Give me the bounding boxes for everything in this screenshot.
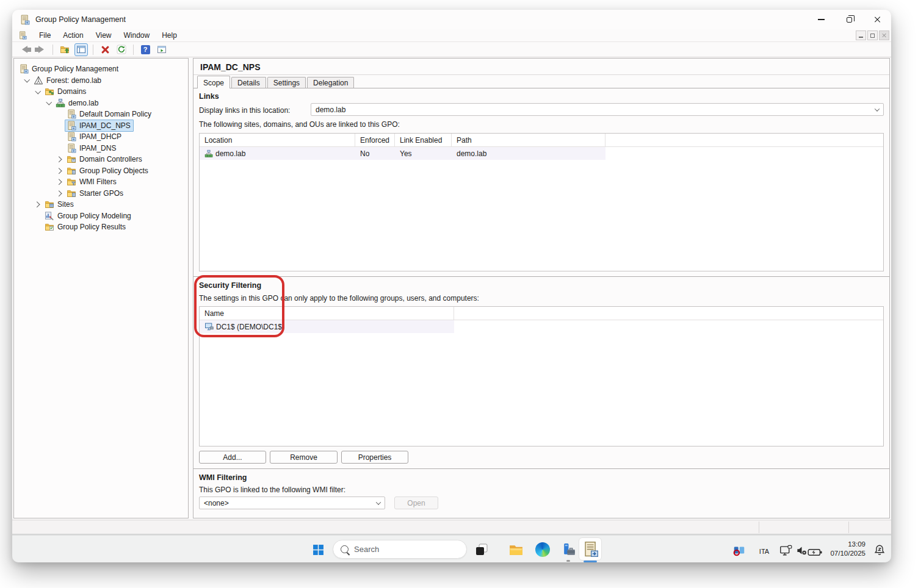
security-filtering-caption: The settings in this GPO can only apply … bbox=[199, 294, 479, 303]
security-filtering-list[interactable]: Name DC1$ (DEMO\DC1$) bbox=[199, 306, 884, 446]
wmi-filtering-title: WMI Filtering bbox=[199, 473, 247, 482]
forward-button[interactable] bbox=[34, 43, 48, 56]
file-explorer-button[interactable] bbox=[508, 542, 524, 558]
display-links-combobox[interactable]: demo.lab bbox=[311, 103, 884, 116]
chevron-right-icon[interactable] bbox=[55, 166, 65, 176]
search-input[interactable] bbox=[354, 545, 446, 554]
column-header-location[interactable]: Location bbox=[200, 134, 355, 146]
edge-button[interactable] bbox=[535, 542, 551, 558]
wmi-filter-combobox[interactable]: <none> bbox=[199, 497, 385, 509]
tree-item-domain-controllers[interactable]: Domain Controllers bbox=[14, 154, 188, 165]
delete-button[interactable] bbox=[98, 43, 112, 56]
start-button[interactable] bbox=[310, 542, 326, 558]
back-button[interactable] bbox=[18, 43, 31, 56]
domains-folder-icon bbox=[45, 87, 54, 96]
menu-window[interactable]: Window bbox=[118, 29, 156, 41]
tree-item-forest[interactable]: Forest: demo.lab bbox=[14, 75, 188, 87]
links-list-header: Location Enforced Link Enabled Path bbox=[200, 134, 883, 147]
title-bar: Group Policy Management bbox=[12, 10, 891, 29]
monitor-icon bbox=[779, 545, 792, 556]
chevron-right-icon[interactable] bbox=[55, 188, 65, 198]
tree-item-group-policy-results[interactable]: Group Policy Results bbox=[14, 221, 188, 233]
menu-action[interactable]: Action bbox=[57, 29, 89, 41]
child-close-button[interactable] bbox=[879, 30, 889, 40]
column-header-path[interactable]: Path bbox=[452, 134, 605, 146]
tree-item-group-policy-modeling[interactable]: Group Policy Modeling bbox=[14, 210, 188, 222]
chevron-right-icon[interactable] bbox=[55, 154, 65, 164]
open-button[interactable]: Open bbox=[394, 497, 438, 509]
server-manager-button[interactable] bbox=[561, 542, 577, 558]
up-one-level-button[interactable] bbox=[58, 43, 71, 56]
column-header-name[interactable]: Name bbox=[200, 307, 454, 320]
links-list[interactable]: Location Enforced Link Enabled Path demo… bbox=[199, 133, 884, 271]
tree-item-ipam-dhcp[interactable]: IPAM_DHCP bbox=[14, 131, 188, 143]
chevron-right-icon[interactable] bbox=[33, 199, 43, 209]
chevron-down-icon[interactable] bbox=[44, 98, 54, 108]
tree-item-ipam-dns[interactable]: IPAM_DNS bbox=[14, 143, 188, 154]
close-icon bbox=[873, 16, 881, 23]
gpmc-taskbar-button[interactable] bbox=[579, 537, 602, 561]
toolbar-separator bbox=[93, 45, 93, 55]
folder-up-icon bbox=[60, 45, 70, 54]
security-list-header: Name bbox=[200, 307, 883, 320]
menu-view[interactable]: View bbox=[90, 29, 118, 41]
language-indicator[interactable]: ITA bbox=[754, 543, 774, 559]
tray-app-icon-button[interactable] bbox=[731, 542, 747, 558]
help-button[interactable]: ? bbox=[139, 43, 152, 56]
window-title: Group Policy Management bbox=[35, 15, 126, 24]
link-row-demolab[interactable]: demo.lab No Yes demo.lab bbox=[200, 147, 605, 160]
tree-item-starter-gpos[interactable]: Starter GPOs bbox=[14, 188, 188, 199]
export-list-button[interactable] bbox=[155, 43, 168, 56]
taskbar: ITA bbox=[12, 535, 891, 562]
column-header-enforced[interactable]: Enforced bbox=[355, 134, 395, 146]
modeling-icon bbox=[45, 211, 54, 221]
close-button[interactable] bbox=[863, 10, 891, 29]
expander-spacer bbox=[55, 109, 65, 119]
running-indicator bbox=[566, 560, 570, 562]
status-divider bbox=[759, 522, 759, 533]
tree-item-domain-demolab[interactable]: demo.lab bbox=[14, 98, 188, 109]
tree-item-group-policy-objects[interactable]: Group Policy Objects bbox=[14, 165, 188, 177]
tab-details[interactable]: Details bbox=[231, 77, 266, 88]
links-section-title: Links bbox=[199, 92, 219, 101]
restore-button[interactable] bbox=[835, 10, 863, 29]
chevron-right-icon[interactable] bbox=[55, 177, 65, 187]
task-view-button[interactable] bbox=[474, 542, 490, 558]
remove-button[interactable]: Remove bbox=[270, 451, 338, 464]
forward-arrow-icon bbox=[38, 46, 44, 53]
menu-file[interactable]: File bbox=[33, 29, 57, 41]
display-cast-button[interactable] bbox=[778, 542, 793, 558]
tray-server-alert-icon bbox=[732, 543, 746, 557]
tab-scope[interactable]: Scope bbox=[197, 76, 230, 88]
tab-delegation[interactable]: Delegation bbox=[307, 77, 354, 88]
security-row-dc1[interactable]: DC1$ (DEMO\DC1$) bbox=[200, 320, 454, 333]
battery-button[interactable] bbox=[807, 544, 823, 560]
minimize-button[interactable] bbox=[807, 10, 835, 29]
notification-center-button[interactable] bbox=[872, 542, 887, 558]
clock[interactable]: 13:09 07/10/2025 bbox=[825, 540, 866, 558]
refresh-button[interactable] bbox=[115, 43, 128, 56]
tree-item-default-domain-policy[interactable]: Default Domain Policy bbox=[14, 109, 188, 120]
tab-settings[interactable]: Settings bbox=[267, 77, 306, 88]
properties-button[interactable]: Properties bbox=[341, 451, 408, 464]
status-bar bbox=[12, 520, 891, 534]
tree-item-sites[interactable]: Sites bbox=[14, 199, 188, 210]
show-console-tree-toggle[interactable] bbox=[74, 43, 88, 56]
menu-help[interactable]: Help bbox=[156, 29, 183, 41]
child-restore-button[interactable] bbox=[867, 30, 878, 40]
section-divider bbox=[193, 276, 889, 278]
results-icon bbox=[45, 222, 54, 232]
chevron-down-icon[interactable] bbox=[22, 76, 32, 85]
help-icon: ? bbox=[141, 45, 150, 54]
gpmc-icon bbox=[19, 64, 29, 74]
tree-item-wmi-filters[interactable]: WMI Filters bbox=[14, 176, 188, 188]
child-minimize-button[interactable] bbox=[856, 30, 866, 40]
column-header-link-enabled[interactable]: Link Enabled bbox=[395, 134, 452, 146]
tree-item-ipam-dc-nps[interactable]: IPAM_DC_NPS bbox=[14, 120, 188, 132]
tree-item-domains[interactable]: Domains bbox=[14, 86, 188, 98]
add-button[interactable]: Add... bbox=[199, 451, 266, 464]
taskbar-search-box[interactable] bbox=[333, 540, 467, 559]
chevron-down-icon[interactable] bbox=[33, 87, 43, 96]
tree-item-root[interactable]: Group Policy Management bbox=[14, 63, 188, 75]
gpo-icon bbox=[67, 109, 76, 119]
